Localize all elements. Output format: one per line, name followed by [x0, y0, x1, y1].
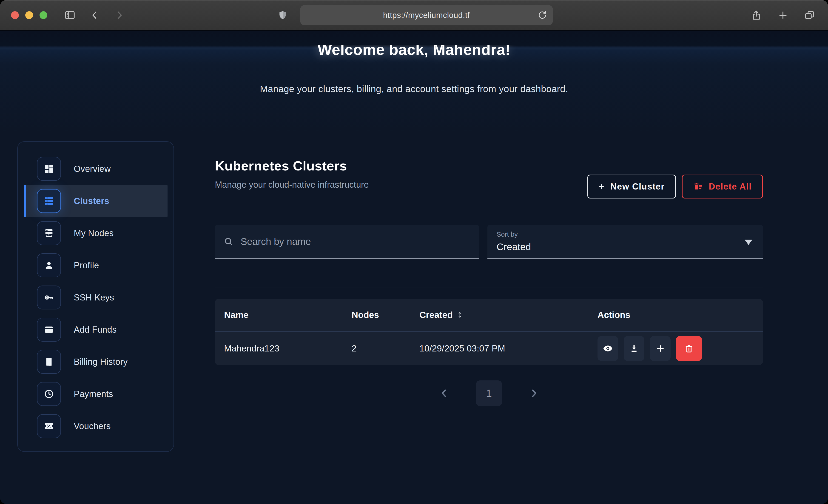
page-title: Kubernetes Clusters — [215, 158, 369, 173]
tab-overview-icon[interactable] — [802, 8, 817, 23]
sort-selected-value: Created — [497, 242, 754, 252]
search-input[interactable] — [240, 236, 470, 247]
delete-cluster-button[interactable] — [676, 336, 702, 361]
window-controls — [11, 11, 47, 19]
privacy-shield-icon[interactable] — [275, 8, 290, 23]
hero-title-clip: Welcome back, Mahendra! — [0, 45, 828, 71]
sidebar-item-label: Add Funds — [74, 325, 117, 335]
add-node-button[interactable] — [650, 336, 671, 361]
column-header-actions: Actions — [597, 310, 754, 320]
sidebar-item-label: Billing History — [74, 357, 128, 367]
navigation-controls — [63, 8, 127, 23]
download-kubeconfig-button[interactable] — [624, 336, 645, 361]
address-bar-group: https://myceliumcloud.tf — [275, 5, 553, 25]
plus-icon — [655, 343, 665, 353]
column-header-nodes: Nodes — [351, 310, 419, 320]
nodes-network-icon — [37, 221, 61, 245]
column-header-name: Name — [224, 310, 351, 320]
view-cluster-button[interactable] — [597, 336, 618, 361]
eye-icon — [603, 343, 613, 354]
filters-row: Sort by Created — [215, 225, 763, 259]
person-icon — [37, 253, 61, 277]
table-row: Mahendra123 2 10/29/2025 03:07 PM — [215, 331, 763, 365]
sort-arrows-icon — [456, 311, 463, 319]
toolbar-right-controls — [749, 8, 817, 23]
download-icon — [629, 343, 639, 353]
browser-toolbar: https://myceliumcloud.tf — [0, 0, 828, 30]
main-title-block: Kubernetes Clusters Manage your cloud-na… — [215, 158, 369, 190]
server-stack-icon — [37, 189, 61, 213]
sidebar-toggle-icon[interactable] — [63, 8, 77, 23]
cluster-name-cell: Mahendra123 — [224, 343, 351, 353]
new-cluster-button[interactable]: + New Cluster — [587, 175, 676, 199]
sidebar-item-my-nodes[interactable]: My Nodes — [24, 217, 168, 249]
back-icon[interactable] — [87, 8, 102, 23]
pagination: 1 — [215, 380, 763, 406]
receipt-icon — [37, 350, 61, 374]
minimize-window-button[interactable] — [25, 11, 33, 19]
sort-dropdown[interactable]: Sort by Created — [487, 225, 763, 259]
sidebar-item-vouchers[interactable]: Vouchers — [24, 410, 168, 442]
hero-subtitle: Manage your clusters, billing, and accou… — [0, 84, 828, 94]
sidebar-item-clusters[interactable]: Clusters — [24, 185, 168, 217]
clusters-table: Name Nodes Created Actions Mahendra123 2… — [215, 299, 763, 365]
sidebar-item-label: Profile — [74, 260, 99, 270]
sidebar-item-ssh-keys[interactable]: SSH Keys — [24, 282, 168, 313]
delete-all-button[interactable]: Delete All — [682, 175, 763, 199]
sidebar-item-label: Clusters — [74, 196, 109, 206]
welcome-heading: Welcome back, Mahendra! — [0, 45, 828, 58]
delete-all-label: Delete All — [709, 182, 752, 192]
sidebar-item-label: Overview — [74, 164, 111, 174]
sidebar-item-overview[interactable]: Overview — [24, 153, 168, 185]
previous-page-icon[interactable] — [439, 388, 450, 398]
close-window-button[interactable] — [11, 11, 19, 19]
url-field[interactable]: https://myceliumcloud.tf — [300, 5, 553, 25]
sort-label: Sort by — [497, 230, 754, 238]
section-divider — [215, 288, 763, 288]
header-actions: + New Cluster Delete All — [587, 175, 763, 199]
url-text: https://myceliumcloud.tf — [383, 10, 470, 20]
cluster-nodes-cell: 2 — [351, 343, 419, 353]
new-tab-icon[interactable] — [776, 8, 790, 23]
chevron-down-icon — [745, 240, 752, 245]
created-header-label: Created — [419, 310, 453, 320]
hero-section: Welcome back, Mahendra! Manage your clus… — [0, 30, 828, 131]
page-subtitle: Manage your cloud-native infrastructure — [215, 180, 369, 190]
main-content: Kubernetes Clusters Manage your cloud-na… — [215, 158, 763, 406]
reload-icon[interactable] — [535, 8, 550, 23]
search-icon — [223, 237, 234, 247]
clock-icon — [37, 382, 61, 406]
trash-icon — [684, 343, 694, 354]
sidebar-item-profile[interactable]: Profile — [24, 249, 168, 282]
sidebar-item-label: SSH Keys — [74, 293, 114, 302]
sidebar-item-label: Vouchers — [74, 421, 111, 431]
column-header-created[interactable]: Created — [419, 310, 597, 320]
sidebar-item-add-funds[interactable]: Add Funds — [24, 313, 168, 346]
voucher-ticket-icon — [37, 414, 61, 438]
next-page-icon[interactable] — [529, 388, 539, 398]
search-field[interactable] — [215, 225, 479, 259]
table-header-row: Name Nodes Created Actions — [215, 299, 763, 331]
sidebar: Overview — [17, 141, 174, 452]
forward-icon[interactable] — [112, 8, 127, 23]
sidebar-item-label: My Nodes — [74, 228, 114, 238]
plus-icon: + — [598, 181, 605, 192]
sidebar-item-payments[interactable]: Payments — [24, 378, 168, 410]
key-icon — [37, 286, 61, 309]
main-header: Kubernetes Clusters Manage your cloud-na… — [215, 158, 763, 199]
page-number-button[interactable]: 1 — [476, 380, 502, 406]
sidebar-nav: Overview — [18, 142, 173, 453]
cluster-created-cell: 10/29/2025 03:07 PM — [419, 343, 597, 353]
share-icon[interactable] — [749, 8, 764, 23]
delete-sweep-icon — [693, 181, 703, 192]
sidebar-item-billing-history[interactable]: Billing History — [24, 346, 168, 378]
new-cluster-label: New Cluster — [610, 182, 665, 192]
zoom-window-button[interactable] — [40, 11, 47, 19]
dashboard-icon — [37, 157, 61, 181]
row-actions — [597, 336, 754, 361]
sidebar-item-label: Payments — [74, 389, 113, 399]
browser-window: https://myceliumcloud.tf — [0, 0, 828, 504]
credit-card-icon — [37, 318, 61, 342]
